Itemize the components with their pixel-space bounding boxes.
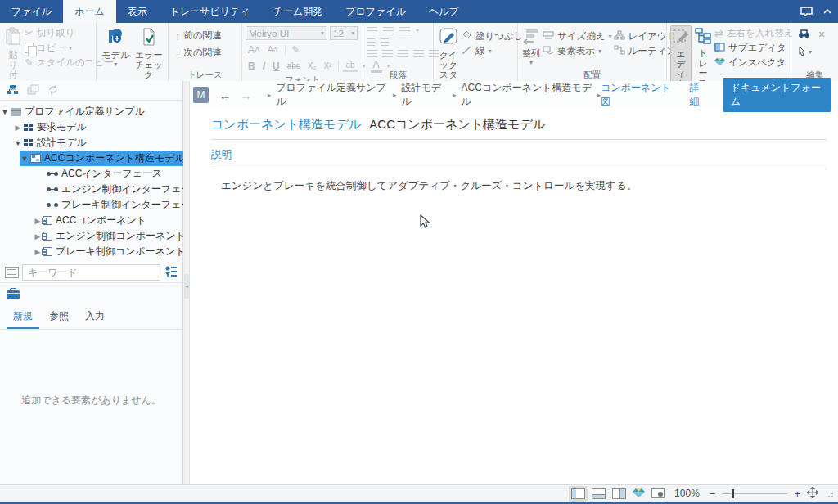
align-right-icon[interactable]	[398, 50, 408, 57]
navigation-bar: M ← → ▸ プロファイル定義サンプル ▸ 設計モデル ▸ ACCコンポーネン…	[190, 81, 838, 109]
decrease-indent-icon[interactable]	[367, 38, 375, 46]
zoom-slider-thumb[interactable]	[732, 489, 734, 498]
chevron-down-icon: ▾	[114, 61, 117, 68]
select-cursor-icon[interactable]	[798, 46, 806, 57]
tab-help[interactable]: ヘルプ	[417, 0, 471, 23]
ribbon-group-edit: × ▾ 編集	[791, 23, 838, 81]
tree-item-design-model[interactable]: ▼ 設計モデル	[0, 135, 182, 151]
model-name[interactable]: ACCコンポーネント構造モデル	[369, 117, 545, 131]
error-check-button[interactable]: エラーチェック ▾	[133, 25, 165, 88]
forward-button[interactable]: →	[240, 88, 252, 102]
sub-editor-button[interactable]: サブエディタ	[714, 42, 793, 54]
tab-new[interactable]: 新規	[7, 307, 39, 329]
tab-view[interactable]: 表示	[116, 0, 159, 23]
tree-item-requirement-model[interactable]: ▶ 要求モデル	[0, 119, 182, 135]
font-size-select[interactable]: 12 ▾	[330, 26, 358, 40]
interface-icon	[47, 171, 58, 178]
breadcrumb: ▸ プロファイル定義サンプル ▸ 設計モデル ▸ ACCコンポーネント構造モデル…	[268, 81, 601, 109]
resize-grip[interactable]	[825, 489, 833, 497]
keyword-search-input[interactable]	[22, 264, 160, 281]
clear-format-button[interactable]: ✎	[290, 44, 303, 56]
tree-item-acc-component[interactable]: ▶ ACCコンポーネント	[0, 213, 182, 228]
next-relation-button[interactable]: ↓ 次の関連	[175, 47, 222, 59]
font-family-select[interactable]: Meiryo UI ▾	[246, 26, 327, 40]
highlight-color-button[interactable]: ab	[343, 61, 357, 72]
breadcrumb-item[interactable]: 設計モデル	[401, 81, 448, 109]
filter-icon[interactable]	[164, 265, 178, 280]
prev-relation-button[interactable]: ↑ 前の関連	[175, 29, 222, 42]
inspector-button[interactable]: インスペクタ	[714, 56, 793, 69]
find-icon[interactable]	[798, 29, 810, 40]
tree-item-brake-component[interactable]: ▶ ブレーキ制御コンポーネント	[0, 244, 182, 259]
align-button[interactable]: 整列 ▾	[521, 25, 541, 66]
zoom-out-button[interactable]: −	[710, 488, 716, 500]
inspector-toggle-icon[interactable]	[633, 488, 645, 500]
back-button[interactable]: ←	[219, 88, 232, 102]
tree-item-engine-interface[interactable]: エンジン制御インターフェース	[0, 182, 182, 197]
italic-button[interactable]: I	[260, 61, 268, 72]
bold-button[interactable]: B	[246, 61, 258, 72]
increase-indent-icon[interactable]	[381, 38, 389, 46]
size-align-button[interactable]: サイズ揃え ▾	[543, 30, 612, 43]
tree-item-acc-structure-model[interactable]: ▼ ACCコンポーネント構造モデル	[0, 151, 182, 166]
zoom-in-button[interactable]: +	[794, 488, 800, 500]
line-button[interactable]: 線 ▾	[462, 45, 524, 57]
text-search-icon[interactable]	[5, 267, 19, 278]
justify-icon[interactable]	[413, 50, 424, 57]
tree-item-root[interactable]: ▼ プロファイル定義サンプル	[0, 104, 182, 119]
status-bar: 100% − +	[0, 484, 838, 502]
sync-icon[interactable]	[47, 84, 59, 97]
horizontal-split-button[interactable]	[592, 488, 606, 499]
breadcrumb-item[interactable]: ACCコンポーネント構造モデル	[462, 81, 592, 109]
pan-icon[interactable]	[807, 487, 818, 500]
tab-profile[interactable]: プロファイル	[334, 0, 417, 23]
paste-button[interactable]: 貼り付け	[3, 25, 23, 89]
fill-icon	[462, 30, 472, 43]
element-display-button[interactable]: 要素表示 ▾	[543, 45, 612, 57]
feedback-icon[interactable]	[795, 0, 817, 23]
swap-lr-button[interactable]: ⇄ 左右を入れ替え	[714, 27, 793, 39]
fill-button[interactable]: 塗りつぶし	[462, 30, 524, 43]
tree-item-acc-interface[interactable]: ACCインターフェース	[0, 166, 182, 182]
bullet-list-icon[interactable]	[367, 27, 377, 34]
model-tree-icon[interactable]	[7, 84, 19, 97]
tab-file[interactable]: ファイル	[0, 0, 63, 23]
align-left-icon[interactable]	[367, 50, 377, 57]
breadcrumb-item[interactable]: プロファイル定義サンプル	[276, 81, 388, 109]
align-center-icon[interactable]	[382, 50, 393, 57]
single-pane-button[interactable]	[571, 488, 585, 499]
expander-icon: ▼	[20, 155, 29, 163]
multilevel-list-icon[interactable]	[399, 27, 410, 34]
chevron-down-icon: ▾	[489, 47, 492, 55]
vertical-split-button[interactable]	[612, 488, 626, 499]
collapse-panel-handle[interactable]: ◂	[184, 274, 189, 299]
toolbox-icon[interactable]	[7, 290, 20, 299]
tree-item-brake-interface[interactable]: ブレーキ制御インターフェース	[0, 197, 182, 213]
copy-model-icon[interactable]	[27, 84, 39, 97]
underline-button[interactable]: U	[270, 61, 282, 72]
superscript-button[interactable]: X²	[321, 61, 334, 70]
component-diagram-link[interactable]: コンポーネント図	[601, 81, 674, 109]
delete-icon[interactable]: ×	[818, 28, 825, 41]
close-subeditor-icon[interactable]	[651, 488, 665, 498]
shrink-font-button[interactable]: A˄	[265, 45, 281, 54]
tab-team[interactable]: チーム開発	[262, 0, 335, 23]
panel-splitter[interactable]: ◂	[183, 81, 190, 484]
detail-link[interactable]: 詳細	[689, 81, 707, 109]
zoom-slider[interactable]	[722, 488, 787, 499]
tab-traceability[interactable]: トレーサビリティ	[159, 0, 262, 23]
model-button[interactable]: モデル ▾	[100, 25, 132, 68]
ribbon-group-font: Meiryo UI ▾ 12 ▾ A˄ A˄ ✎ B I U abc X₂	[242, 23, 363, 81]
package-icon	[11, 108, 21, 116]
tab-home[interactable]: ホーム	[63, 0, 116, 23]
tree-item-engine-component[interactable]: ▶ エンジン制御コンポーネント	[0, 228, 182, 244]
numbered-list-icon[interactable]	[383, 27, 394, 34]
tab-reference[interactable]: 参照	[43, 307, 75, 329]
collapse-ribbon-icon[interactable]	[817, 0, 838, 23]
document-form-button[interactable]: ドキュメントフォーム	[723, 78, 831, 112]
subscript-button[interactable]: X₂	[305, 61, 319, 70]
grow-font-button[interactable]: A˄	[246, 44, 263, 56]
description-text[interactable]: エンジンとブレーキを統合制御してアダプティブ・クルーズ・コントロールを実現する。	[221, 179, 827, 193]
tab-input[interactable]: 入力	[79, 307, 111, 329]
strikethrough-button[interactable]: abc	[285, 61, 303, 70]
